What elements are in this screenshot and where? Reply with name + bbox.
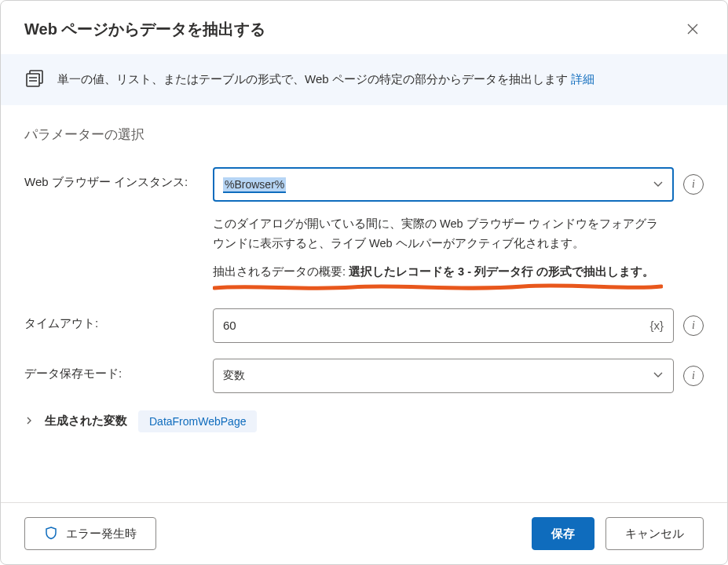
store-mode-value: 変数 — [223, 369, 653, 383]
row-timeout: タイムアウト: {x} i — [24, 308, 704, 343]
label-store-mode: データ保存モード: — [24, 359, 213, 381]
label-browser-instance: Web ブラウザー インスタンス: — [24, 167, 213, 190]
chevron-down-icon — [653, 369, 664, 382]
label-timeout: タイムアウト: — [24, 308, 213, 331]
banner-text: 単一の値、リスト、またはテーブルの形式で、Web ページの特定の部分からデータを… — [57, 72, 594, 87]
row-store-mode: データ保存モード: 変数 i — [24, 359, 704, 393]
shield-icon — [44, 526, 58, 542]
dialog-title: Web ページからデータを抽出する — [24, 19, 265, 40]
dialog-header: Web ページからデータを抽出する — [1, 1, 727, 54]
generated-variables-section: 生成された変数 DataFromWebPage — [24, 410, 704, 432]
cancel-button[interactable]: キャンセル — [605, 517, 704, 550]
save-button[interactable]: 保存 — [532, 517, 594, 550]
info-icon[interactable]: i — [683, 366, 704, 386]
expand-toggle[interactable] — [24, 415, 34, 428]
chevron-down-icon — [653, 178, 664, 191]
extract-icon — [24, 68, 45, 91]
generated-variables-label: 生成された変数 — [45, 414, 127, 428]
variable-picker-icon[interactable]: {x} — [649, 319, 664, 332]
info-icon[interactable]: i — [683, 174, 704, 195]
help-line-1: このダイアログが開いている間に、実際の Web ブラウザー ウィンドウをフォアグ… — [213, 214, 663, 253]
help-text-block: このダイアログが開いている間に、実際の Web ブラウザー ウィンドウをフォアグ… — [213, 214, 663, 285]
close-icon — [686, 23, 699, 35]
annotation-underline — [213, 282, 663, 293]
timeout-input[interactable] — [223, 319, 649, 332]
row-browser-instance: Web ブラウザー インスタンス: %Browser% i — [24, 167, 704, 202]
svg-rect-3 — [27, 74, 39, 86]
on-error-button[interactable]: エラー発生時 — [24, 517, 156, 550]
dialog-content: パラメーターの選択 Web ブラウザー インスタンス: %Browser% i … — [1, 105, 727, 502]
dialog-footer: エラー発生時 保存 キャンセル — [1, 502, 727, 564]
timeout-input-wrapper: {x} — [213, 308, 674, 343]
details-link[interactable]: 詳細 — [571, 72, 594, 86]
chevron-right-icon — [24, 416, 34, 425]
help-summary: 抽出されるデータの概要: 選択したレコードを 3 - 列データ行 の形式で抽出し… — [213, 262, 663, 285]
info-icon[interactable]: i — [683, 315, 704, 336]
info-banner: 単一の値、リスト、またはテーブルの形式で、Web ページの特定の部分からデータを… — [1, 54, 727, 105]
section-title: パラメーターの選択 — [24, 126, 704, 144]
browser-instance-select[interactable]: %Browser% — [213, 167, 674, 202]
close-button[interactable] — [682, 18, 704, 40]
store-mode-select[interactable]: 変数 — [213, 359, 674, 393]
browser-instance-value: %Browser% — [223, 178, 653, 191]
footer-actions: 保存 キャンセル — [532, 517, 704, 550]
variable-badge[interactable]: DataFromWebPage — [138, 410, 257, 432]
